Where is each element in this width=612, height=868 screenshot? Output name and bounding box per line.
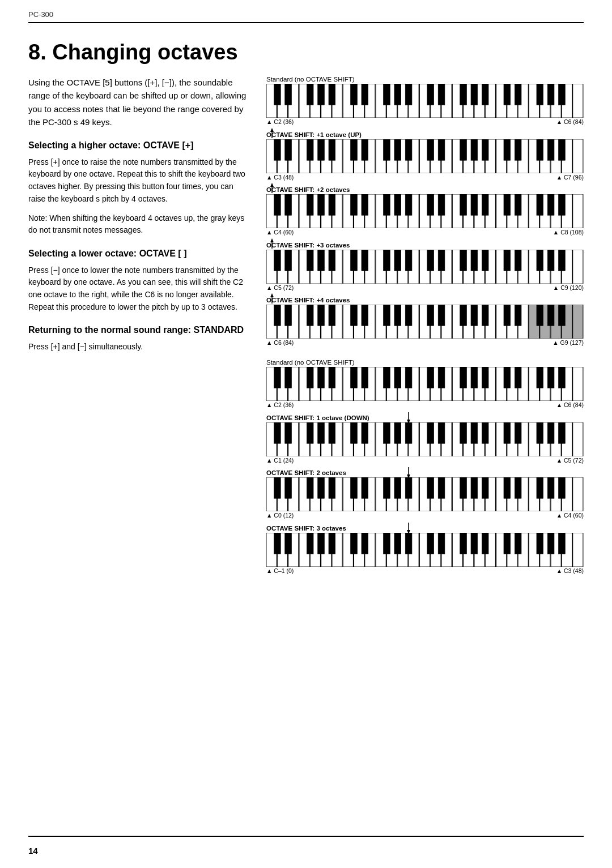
svg-rect-433 — [274, 533, 281, 554]
piano-diagram-3: OCTAVE SHIFT: 3 octaves ▲ C–1 (0) ▲ C3 (… — [266, 525, 584, 575]
svg-rect-245 — [482, 305, 488, 326]
svg-rect-199 — [559, 250, 566, 271]
svg-rect-239 — [394, 305, 401, 326]
svg-rect-81 — [318, 139, 325, 160]
diagram-label-4: OCTAVE SHIFT: +4 octaves — [266, 297, 584, 303]
svg-rect-88 — [427, 139, 434, 160]
svg-rect-340 — [405, 422, 412, 443]
svg-rect-382 — [274, 477, 281, 498]
svg-rect-396 — [482, 477, 488, 498]
svg-rect-136 — [384, 194, 390, 215]
svg-rect-77 — [573, 139, 583, 173]
svg-rect-192 — [460, 250, 467, 271]
diagram-label-3: OCTAVE SHIFT: 3 octaves — [266, 525, 584, 532]
upper-diagrams: Standard (no OCTAVE SHIFT) ▲ C2 (36) ▲ C… — [266, 76, 584, 347]
svg-rect-187 — [384, 250, 390, 271]
svg-rect-145 — [515, 194, 521, 215]
piano-svg-wrapper-2 — [266, 194, 584, 228]
svg-rect-240 — [405, 305, 412, 326]
svg-rect-30 — [285, 84, 292, 105]
svg-rect-330 — [573, 422, 583, 456]
svg-rect-299 — [537, 367, 543, 388]
svg-rect-386 — [329, 477, 335, 498]
left-note-3: ▲ C–1 (0) — [266, 567, 294, 575]
svg-rect-446 — [471, 533, 478, 554]
svg-rect-289 — [384, 367, 390, 388]
svg-rect-80 — [307, 139, 313, 160]
svg-rect-250 — [559, 305, 566, 326]
svg-rect-134 — [351, 194, 358, 215]
left-note-1: ▲ C3 (48) — [266, 174, 294, 181]
lower-diagrams: Standard (no OCTAVE SHIFT) ▲ C2 (36) ▲ C… — [266, 359, 584, 574]
svg-rect-391 — [405, 477, 412, 498]
left-note-4: ▲ C6 (84) — [266, 339, 294, 347]
svg-rect-185 — [351, 250, 358, 271]
svg-rect-451 — [547, 533, 554, 554]
svg-rect-343 — [460, 422, 467, 443]
svg-rect-344 — [471, 422, 478, 443]
svg-rect-346 — [504, 422, 511, 443]
note-labels-0: ▲ C2 (36) ▲ C6 (84) — [266, 118, 584, 126]
svg-rect-44 — [504, 84, 511, 105]
svg-rect-91 — [471, 139, 478, 160]
svg-rect-341 — [427, 422, 434, 443]
svg-rect-90 — [460, 139, 467, 160]
svg-marker-150 — [270, 183, 274, 187]
section-higher-heading: Selecting a higher octave: OCTAVE [+] — [28, 140, 249, 152]
bottom-rule — [28, 836, 584, 837]
svg-rect-87 — [405, 139, 412, 160]
returning-heading: Returning to the normal sound range: STA… — [28, 324, 249, 336]
svg-rect-29 — [274, 84, 281, 105]
svg-rect-45 — [515, 84, 521, 105]
svg-rect-383 — [285, 477, 292, 498]
svg-rect-84 — [362, 139, 368, 160]
svg-rect-143 — [482, 194, 488, 215]
svg-rect-445 — [460, 533, 467, 554]
svg-rect-301 — [559, 367, 566, 388]
note-labels-3: ▲ C5 (72) ▲ C9 (120) — [266, 284, 584, 292]
svg-rect-295 — [471, 367, 478, 388]
svg-rect-399 — [537, 477, 543, 498]
right-note-2: ▲ C4 (60) — [556, 512, 584, 519]
svg-rect-300 — [547, 367, 554, 388]
svg-rect-78 — [274, 139, 281, 160]
svg-rect-96 — [547, 139, 554, 160]
piano-svg-wrapper-0 — [266, 84, 584, 118]
svg-rect-401 — [559, 477, 566, 498]
svg-rect-148 — [559, 194, 566, 215]
right-note-0: ▲ C6 (84) — [556, 401, 584, 409]
section-lower-heading: Selecting a lower octave: OCTAVE [ ] — [28, 248, 249, 260]
svg-rect-194 — [482, 250, 488, 271]
note-labels-0: ▲ C2 (36) ▲ C6 (84) — [266, 401, 584, 409]
main-content: Using the OCTAVE [5] buttons ([+], [−]),… — [0, 70, 612, 580]
right-note-1: ▲ C7 (96) — [556, 174, 584, 181]
svg-rect-247 — [515, 305, 521, 326]
svg-rect-186 — [362, 250, 368, 271]
piano-diagram-3: OCTAVE SHIFT: +3 octaves ▲ C5 (72) ▲ C9 … — [266, 242, 584, 292]
svg-rect-439 — [362, 533, 368, 554]
svg-rect-198 — [547, 250, 554, 271]
svg-rect-38 — [405, 84, 412, 105]
right-note-2: ▲ C8 (108) — [553, 229, 584, 236]
svg-rect-449 — [515, 533, 521, 554]
svg-rect-385 — [318, 477, 325, 498]
svg-rect-40 — [438, 84, 445, 105]
svg-rect-146 — [537, 194, 543, 215]
svg-rect-33 — [329, 84, 335, 105]
piano-diagram-2: OCTAVE SHIFT: 2 octaves ▲ C0 (12) ▲ C4 (… — [266, 469, 584, 519]
left-note-0: ▲ C2 (36) — [266, 118, 294, 126]
svg-rect-130 — [285, 194, 292, 215]
svg-rect-36 — [384, 84, 390, 105]
diagram-label-2: OCTAVE SHIFT: +2 octaves — [266, 186, 584, 193]
svg-rect-335 — [329, 422, 335, 443]
piano-diagram-0: Standard (no OCTAVE SHIFT) ▲ C2 (36) ▲ C… — [266, 359, 584, 409]
section-lower-body: Press [−] once to lower the note numbers… — [28, 264, 249, 314]
right-note-1: ▲ C5 (72) — [556, 457, 584, 464]
section-higher-note: Note: When shifting the keyboard 4 octav… — [28, 212, 249, 237]
svg-rect-93 — [504, 139, 511, 160]
svg-rect-97 — [559, 139, 566, 160]
svg-rect-293 — [438, 367, 445, 388]
svg-rect-349 — [547, 422, 554, 443]
svg-rect-193 — [471, 250, 478, 271]
svg-rect-35 — [362, 84, 368, 105]
